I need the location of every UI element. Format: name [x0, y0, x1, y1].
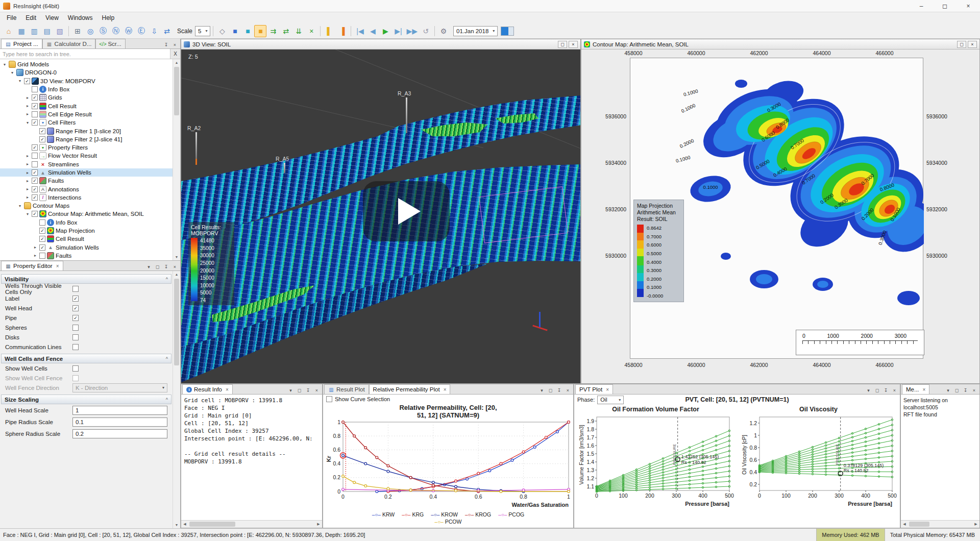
chevron-collapsed-icon[interactable]: ▸ [25, 112, 30, 116]
view-east-icon[interactable]: Ⓔ [135, 25, 148, 37]
menu-help[interactable]: Help [97, 13, 119, 22]
tree-item-map-projection[interactable]: ✓Map Projection [0, 227, 173, 235]
pin-icon[interactable]: ↧ [304, 386, 312, 394]
tree-item-contour-maps[interactable]: ▾Contour Maps [0, 202, 173, 210]
checkbox-checked[interactable]: ✓ [32, 178, 38, 184]
float-icon[interactable]: ◻ [547, 386, 554, 394]
close-icon[interactable]: × [970, 386, 978, 394]
show-well-cell-fence-checkbox[interactable] [72, 375, 79, 381]
tab-calculator-d[interactable]: ▦Calculator D... [42, 39, 96, 48]
checkbox-unchecked[interactable] [32, 161, 38, 167]
scroll-up-icon[interactable]: ▲ [175, 271, 179, 278]
tree-item-simulation-wells[interactable]: ▸✓Simulation Wells [0, 168, 173, 177]
phase-dropdown[interactable]: Oil ▾ [597, 396, 624, 404]
checkbox-unchecked[interactable] [32, 86, 38, 92]
disks-checkbox[interactable] [72, 334, 79, 340]
chevron-collapsed-icon[interactable]: ▸ [25, 162, 30, 166]
chevron-collapsed-icon[interactable]: ▸ [33, 253, 38, 258]
show-curve-selection-checkbox[interactable] [326, 396, 332, 402]
checkbox-checked[interactable]: ✓ [32, 119, 38, 126]
property-editor-scrollbar[interactable]: ▲ ▼ [173, 271, 180, 528]
bo-chart[interactable]: 01002003004005001.91.81.71.61.51.41.31.2… [577, 414, 734, 513]
view-south-icon[interactable]: Ⓢ [97, 25, 109, 37]
close-icon[interactable]: × [56, 263, 59, 269]
section-size-scaling[interactable]: Size Scaling^ [1, 395, 172, 404]
viscosity-chart[interactable]: 01002003004005001.210.80.60.40.2PRESSURE… [740, 414, 897, 513]
pin-icon[interactable]: ↧ [962, 386, 969, 394]
close-icon[interactable]: × [923, 387, 926, 392]
chevron-collapsed-icon[interactable]: ▸ [25, 187, 30, 191]
cube-top-icon[interactable]: ■ [254, 25, 266, 37]
legend-item-krg[interactable]: –○–KRG [402, 511, 424, 518]
chevron-expanded-icon[interactable]: ▾ [25, 212, 30, 216]
animation-play-icon[interactable]: ▶ [379, 25, 391, 37]
show-well-cells-checkbox[interactable] [72, 365, 79, 372]
view-down-icon[interactable]: ⇩ [148, 25, 160, 37]
tab-project[interactable]: ▤Project ... [1, 39, 42, 48]
scroll-thumb[interactable] [174, 279, 179, 365]
close-button[interactable]: × [957, 0, 980, 12]
checkbox-checked[interactable]: ✓ [32, 186, 38, 192]
legend-item-krow[interactable]: –○–KROW [431, 511, 458, 518]
checkbox-checked[interactable]: ✓ [39, 236, 45, 242]
tab-result-plot[interactable]: ▥ Result Plot [324, 384, 369, 394]
tab-messages[interactable]: Me... × [902, 384, 929, 394]
chevron-expanded-icon[interactable]: ▾ [2, 62, 7, 67]
chevron-collapsed-icon[interactable]: ▸ [25, 179, 30, 183]
chevron-collapsed-icon[interactable]: ▸ [33, 245, 38, 250]
scroll-left-icon[interactable]: ◀ [181, 522, 188, 526]
relperm-chart[interactable]: 00.20.40.60.8110.80.60.40.20KrWater/Gas … [325, 419, 573, 510]
collapse-icon[interactable]: ^ [166, 356, 168, 361]
float-icon[interactable]: ◻ [154, 263, 161, 270]
animation-settings-icon[interactable]: ⚙ [437, 25, 450, 37]
checkbox-checked[interactable]: ✓ [32, 211, 38, 217]
pin-icon[interactable]: ↧ [555, 386, 563, 394]
tree-item-grids[interactable]: ▸✓Grids [0, 93, 173, 102]
scale-dropdown[interactable]: 5▾ [195, 26, 210, 36]
tree-item-contour-map-arithmetic-mean-soil[interactable]: ▾✓Contour Map: Arithmetic Mean, SOIL [0, 210, 173, 218]
sphere-radius-scale-input[interactable]: 0.2 [72, 429, 167, 438]
chevron-collapsed-icon[interactable]: ▸ [25, 170, 30, 175]
close-icon[interactable]: × [171, 263, 179, 270]
tree-item-range-filter-1-i-slice-20[interactable]: ✓Range Filter 1 [I-slice 20] [0, 127, 173, 135]
checkbox-checked[interactable]: ✓ [32, 144, 38, 151]
tree-item-3d-view-mobporv[interactable]: ▾✓3D View: MOBPORV [0, 77, 173, 85]
tree-item-range-filter-2-j-slice-41[interactable]: ✓Range Filter 2 [J-slice 41] [0, 135, 173, 143]
collapse-icon[interactable]: ^ [166, 397, 168, 402]
float-icon[interactable]: ◻ [296, 386, 303, 394]
cube-side-icon[interactable]: ■ [241, 25, 254, 37]
close-icon[interactable]: × [569, 41, 578, 48]
result-info-scrollbar[interactable]: ◀ ▶ [181, 520, 322, 528]
messages-scrollbar[interactable]: ◀ ▶ [901, 520, 979, 528]
tree-item-faults[interactable]: ▸Faults [0, 252, 173, 260]
checkbox-checked[interactable]: ✓ [39, 136, 45, 142]
well-fence-direction-dropdown[interactable]: K - Direction▾ [72, 383, 167, 392]
wells-through-visible-cells-only-checkbox[interactable] [72, 286, 79, 292]
close-icon[interactable]: × [171, 41, 179, 48]
link-views-icon[interactable]: ⇄ [161, 25, 173, 37]
close-icon[interactable]: × [606, 387, 609, 392]
wells-draw-style-icon[interactable]: ⇉ [267, 25, 279, 37]
menu-view[interactable]: View [41, 13, 63, 22]
section-well-cells-and-fence[interactable]: Well Cells and Fence^ [1, 354, 172, 363]
tree-item-cell-result[interactable]: ✓Cell Result [0, 235, 173, 243]
tree-scrollbar[interactable]: ▲ ▼ [173, 59, 180, 260]
scroll-track[interactable] [908, 521, 972, 528]
checkbox-checked[interactable]: ✓ [24, 78, 30, 84]
tree-search-input[interactable] [0, 49, 170, 59]
tree-item-grid-models[interactable]: ▾Grid Models [0, 60, 173, 68]
tree-item-faults[interactable]: ▸✓Faults [0, 177, 173, 185]
checkbox-unchecked[interactable] [39, 253, 45, 259]
range-filter-toolbar-icon[interactable]: ▌ [323, 25, 335, 37]
scroll-down-icon[interactable]: ▼ [175, 522, 179, 528]
tab-scr[interactable]: </>Scr... [95, 39, 125, 48]
tree-item-flow-vector-result[interactable]: ▸Flow Vector Result [0, 152, 173, 160]
view3d-header[interactable]: 3D View: SOIL ◻ × [181, 39, 580, 50]
menu-down-icon[interactable]: ▾ [865, 386, 872, 394]
video-play-button[interactable] [363, 181, 450, 241]
zoom-all-icon[interactable]: ◎ [84, 25, 96, 37]
search-clear-button[interactable]: X [170, 49, 180, 59]
well-ra3[interactable]: R_A3 [398, 90, 411, 133]
tree-item-streamlines[interactable]: ▸Streamlines [0, 160, 173, 168]
legend-item-pcog[interactable]: –○–PCOG [498, 511, 524, 518]
